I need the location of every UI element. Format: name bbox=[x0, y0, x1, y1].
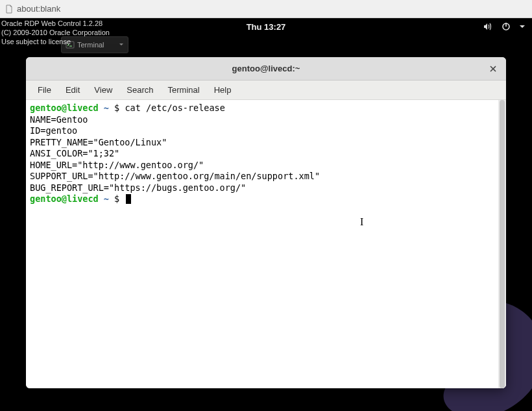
rdp-line: (C) 2009-2010 Oracle Corporation bbox=[1, 29, 110, 38]
text-cursor-icon: I bbox=[360, 216, 363, 229]
window-title: gentoo@livecd:~ bbox=[232, 64, 300, 73]
menu-terminal[interactable]: Terminal bbox=[162, 82, 206, 97]
menu-edit[interactable]: Edit bbox=[59, 82, 86, 97]
prompt-user: gentoo@livecd bbox=[30, 193, 99, 204]
rdp-line: Use subject to license bbox=[1, 38, 110, 47]
menu-help[interactable]: Help bbox=[208, 82, 238, 97]
prompt-path: ~ bbox=[104, 103, 109, 113]
cursor-block bbox=[126, 194, 131, 204]
rdp-overlay-text: Oracle RDP Web Control 1.2.28 (C) 2009-2… bbox=[1, 19, 110, 46]
prompt-user: gentoo@livecd bbox=[30, 103, 99, 113]
scrollbar-thumb[interactable] bbox=[500, 100, 505, 388]
menu-view[interactable]: View bbox=[88, 82, 119, 97]
terminal-window: gentoo@livecd:~ File Edit View Search Te… bbox=[26, 57, 506, 388]
titlebar[interactable]: gentoo@livecd:~ bbox=[26, 57, 506, 81]
chevron-down-icon bbox=[119, 42, 124, 47]
output-line: SUPPORT_URL="http://www.gentoo.org/main/… bbox=[30, 171, 502, 182]
close-button[interactable] bbox=[487, 62, 500, 75]
output-line: PRETTY_NAME="Gentoo/Linux" bbox=[30, 137, 502, 149]
close-icon bbox=[489, 65, 497, 73]
clock[interactable]: Thu 13:27 bbox=[247, 22, 286, 32]
menu-search[interactable]: Search bbox=[120, 82, 160, 97]
command-text: cat /etc/os-release bbox=[125, 103, 224, 113]
terminal-body[interactable]: gentoo@livecd ~ $ cat /etc/os-release NA… bbox=[26, 100, 506, 388]
menu-file[interactable]: File bbox=[31, 82, 58, 97]
url-text: about:blank bbox=[17, 4, 60, 14]
prompt-symbol: $ bbox=[114, 103, 119, 113]
output-line: ID=gentoo bbox=[30, 125, 502, 137]
prompt-path: ~ bbox=[104, 193, 109, 204]
output-line: HOME_URL="http://www.gentoo.org/" bbox=[30, 160, 502, 171]
output-line: NAME=Gentoo bbox=[30, 114, 502, 126]
browser-address-bar[interactable]: about:blank bbox=[0, 0, 532, 18]
page-icon bbox=[4, 4, 14, 14]
menubar: File Edit View Search Terminal Help bbox=[26, 81, 506, 100]
chevron-down-icon[interactable] bbox=[519, 21, 526, 32]
desktop: Thu 13:27 Oracle RDP Web Control 1.2.28 … bbox=[0, 18, 532, 411]
power-icon[interactable] bbox=[501, 21, 511, 32]
output-line: BUG_REPORT_URL="https://bugs.gentoo.org/… bbox=[30, 182, 502, 194]
scrollbar[interactable] bbox=[498, 100, 506, 388]
volume-icon[interactable] bbox=[483, 21, 493, 32]
output-line: ANSI_COLOR="1;32" bbox=[30, 148, 502, 160]
rdp-line: Oracle RDP Web Control 1.2.28 bbox=[1, 19, 110, 29]
prompt-symbol: $ bbox=[114, 193, 119, 204]
